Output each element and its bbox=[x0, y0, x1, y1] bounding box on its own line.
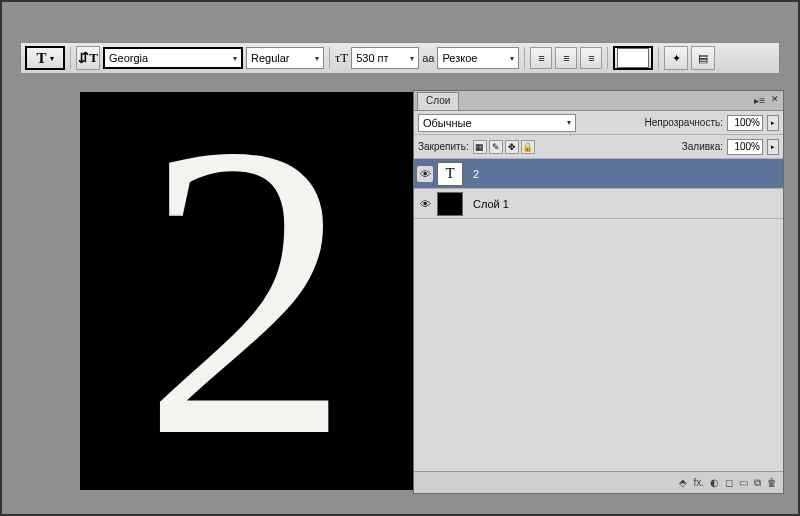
dropdown-arrow-icon: ▾ bbox=[50, 54, 54, 63]
fx-icon[interactable]: fx. bbox=[693, 477, 704, 488]
text-color-button[interactable] bbox=[613, 46, 653, 70]
warp-icon: ✦ bbox=[672, 52, 681, 65]
align-left-button[interactable]: ≡ bbox=[530, 47, 552, 69]
text-tool-icon: T bbox=[36, 50, 46, 67]
lock-move-icon[interactable]: ✥ bbox=[505, 140, 519, 154]
separator bbox=[70, 47, 71, 69]
warp-text-button[interactable]: ✦ bbox=[664, 46, 688, 70]
character-panel-button[interactable]: ▤ bbox=[691, 46, 715, 70]
font-style-dropdown[interactable]: Regular ▾ bbox=[246, 47, 324, 69]
fill-flyout-button[interactable]: ▸ bbox=[767, 139, 779, 155]
font-size-dropdown[interactable]: 530 пт ▾ bbox=[351, 47, 419, 69]
panel-tabbar: Слои ▸≡ ✕ bbox=[414, 91, 783, 111]
opacity-input[interactable] bbox=[727, 115, 763, 131]
chevron-down-icon: ▾ bbox=[567, 118, 571, 127]
opacity-flyout-button[interactable]: ▸ bbox=[767, 115, 779, 131]
size-icon: τT bbox=[335, 50, 348, 66]
lock-fill-row: Закрепить: ▦ ✎ ✥ 🔒 Заливка: ▸ bbox=[414, 135, 783, 159]
orientation-button[interactable]: ⇵T bbox=[76, 46, 100, 70]
chevron-down-icon: ▾ bbox=[410, 54, 414, 63]
layer-name: 2 bbox=[467, 168, 479, 180]
group-icon[interactable]: ▭ bbox=[739, 477, 748, 488]
align-center-button[interactable]: ≡ bbox=[555, 47, 577, 69]
layers-panel: Слои ▸≡ ✕ Обычные ▾ Непрозрачность: ▸ За… bbox=[413, 90, 784, 494]
options-toolbar: T ▾ ⇵T Georgia ▾ Regular ▾ τT 530 пт ▾ a… bbox=[20, 42, 780, 74]
document-canvas[interactable]: 2 bbox=[80, 92, 413, 490]
opacity-label: Непрозрачность: bbox=[644, 117, 723, 128]
font-family-dropdown[interactable]: Georgia ▾ bbox=[103, 47, 243, 69]
lock-icons-group: ▦ ✎ ✥ 🔒 bbox=[473, 140, 535, 154]
antialias-value: Резкое bbox=[442, 52, 477, 64]
separator bbox=[329, 47, 330, 69]
layer-row[interactable]: 👁 Слой 1 bbox=[414, 189, 783, 219]
fill-label: Заливка: bbox=[682, 141, 723, 152]
panel-menu-icon[interactable]: ▸≡ bbox=[754, 95, 765, 106]
lock-all-icon[interactable]: 🔒 bbox=[521, 140, 535, 154]
chevron-down-icon: ▾ bbox=[510, 54, 514, 63]
blend-mode-value: Обычные bbox=[423, 117, 472, 129]
text-tool-button[interactable]: T ▾ bbox=[25, 46, 65, 70]
panel-icon: ▤ bbox=[698, 52, 708, 65]
lock-label: Закрепить: bbox=[418, 141, 469, 152]
layers-panel-footer: ⬘ fx. ◐ ◻ ▭ ⧉ 🗑 bbox=[414, 471, 783, 493]
layer-row[interactable]: 👁 T 2 bbox=[414, 159, 783, 189]
align-right-icon: ≡ bbox=[588, 52, 594, 64]
font-style-value: Regular bbox=[251, 52, 290, 64]
layers-tab[interactable]: Слои bbox=[417, 92, 459, 110]
layer-thumbnail-text: T bbox=[437, 162, 463, 186]
lock-brush-icon[interactable]: ✎ bbox=[489, 140, 503, 154]
antialias-label: aa bbox=[422, 52, 434, 64]
blend-opacity-row: Обычные ▾ Непрозрачность: ▸ bbox=[414, 111, 783, 135]
separator bbox=[607, 47, 608, 69]
layer-name: Слой 1 bbox=[467, 198, 509, 210]
separator bbox=[658, 47, 659, 69]
layer-thumbnail-raster bbox=[437, 192, 463, 216]
link-layers-icon[interactable]: ⬘ bbox=[679, 477, 687, 488]
color-swatch bbox=[617, 48, 649, 68]
layers-list: 👁 T 2 👁 Слой 1 bbox=[414, 159, 783, 471]
panel-close-icon[interactable]: ✕ bbox=[771, 94, 779, 104]
font-family-value: Georgia bbox=[109, 52, 148, 64]
chevron-down-icon: ▾ bbox=[233, 54, 237, 63]
visibility-toggle[interactable]: 👁 bbox=[417, 166, 433, 182]
align-left-icon: ≡ bbox=[538, 52, 544, 64]
mask-icon[interactable]: ◐ bbox=[710, 477, 719, 488]
fill-input[interactable] bbox=[727, 139, 763, 155]
lock-pixels-icon[interactable]: ▦ bbox=[473, 140, 487, 154]
chevron-down-icon: ▾ bbox=[315, 54, 319, 63]
align-right-button[interactable]: ≡ bbox=[580, 47, 602, 69]
separator bbox=[524, 47, 525, 69]
canvas-text-glyph: 2 bbox=[142, 92, 352, 490]
new-layer-icon[interactable]: ⧉ bbox=[754, 477, 761, 489]
delete-layer-icon[interactable]: 🗑 bbox=[767, 477, 777, 488]
align-center-icon: ≡ bbox=[563, 52, 569, 64]
adjustment-icon[interactable]: ◻ bbox=[725, 477, 733, 488]
visibility-toggle[interactable]: 👁 bbox=[417, 196, 433, 212]
orientation-icon: ⇵T bbox=[78, 50, 98, 66]
blend-mode-dropdown[interactable]: Обычные ▾ bbox=[418, 114, 576, 132]
antialias-dropdown[interactable]: Резкое ▾ bbox=[437, 47, 519, 69]
font-size-value: 530 пт bbox=[356, 52, 388, 64]
